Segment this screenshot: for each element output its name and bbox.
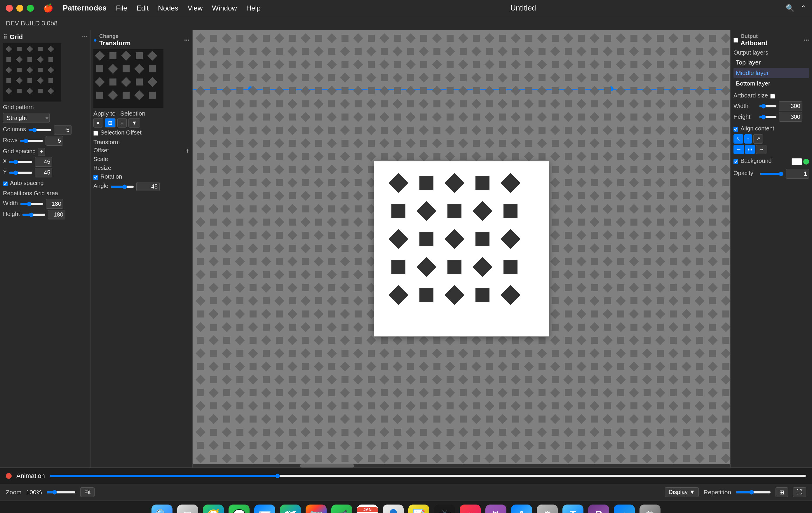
dock-maps[interactable]: 🗺 — [280, 505, 301, 513]
columns-slider[interactable] — [28, 128, 52, 132]
apply-modes: ● ⊞ ≡ ▼ — [93, 118, 190, 127]
angle-slider[interactable] — [111, 184, 134, 189]
artboard-width-input[interactable]: 300 — [779, 101, 802, 111]
dock-safari[interactable]: 🧭 — [203, 505, 224, 513]
repetition-slider[interactable] — [736, 490, 771, 494]
dock-contacts[interactable]: 👤 — [383, 505, 404, 513]
dock-appletv[interactable]: 📺 — [434, 505, 455, 513]
fullscreen-button[interactable]: ⛶ — [793, 487, 806, 497]
offset-add-btn[interactable]: + — [185, 147, 190, 155]
menu-help[interactable]: Help — [246, 4, 261, 12]
window-title: Untitled — [270, 3, 776, 12]
svg-rect-28 — [136, 52, 143, 59]
grid-panel-expand[interactable]: ··· — [82, 33, 87, 41]
rep-height-slider[interactable] — [22, 212, 46, 217]
dock-systemprefs[interactable]: ⚙ — [537, 505, 558, 513]
dock-music[interactable]: ♫ — [460, 505, 481, 513]
dock-patternodes[interactable]: P — [588, 505, 609, 513]
selection-offset-checkbox[interactable] — [93, 131, 98, 136]
rep-width-slider[interactable] — [20, 202, 44, 206]
opacity-input[interactable]: 1 — [786, 169, 809, 179]
align-top-center[interactable]: ↑ — [744, 134, 752, 144]
top-layer[interactable]: Top layer — [733, 57, 809, 68]
artboard-height-slider[interactable] — [759, 115, 777, 119]
dock-downloader[interactable]: ↓ — [614, 505, 635, 513]
transform-panel-expand[interactable]: ··· — [184, 36, 190, 44]
artboard-checkbox[interactable] — [733, 38, 738, 42]
apply-mode-list[interactable]: ≡ — [117, 118, 127, 127]
artboard-height-input[interactable]: 300 — [779, 112, 802, 122]
main-layout: ⠿ Grid ··· — [0, 30, 812, 467]
zoom-slider[interactable] — [47, 490, 76, 494]
scrollbar-thumb[interactable] — [300, 464, 354, 467]
output-label: Output — [741, 33, 767, 39]
menu-file[interactable]: File — [116, 4, 127, 12]
apple-menu[interactable]: 🍎 — [43, 3, 53, 13]
rep-height-input[interactable]: 180 — [48, 210, 65, 219]
artboard-panel-expand[interactable]: ··· — [804, 36, 809, 44]
menu-nodes[interactable]: Nodes — [158, 4, 178, 12]
rows-slider[interactable] — [20, 139, 43, 143]
minimize-button[interactable] — [16, 5, 23, 12]
bottom-layer[interactable]: Bottom layer — [733, 78, 809, 89]
background-color-swatch[interactable] — [791, 158, 802, 165]
dock-launchpad[interactable]: ⊞ — [177, 505, 198, 513]
y-input[interactable]: 45 — [35, 168, 52, 177]
app-name[interactable]: Patternodes — [63, 3, 107, 12]
angle-input[interactable]: 45 — [136, 182, 160, 191]
align-middle-right[interactable]: → — [756, 145, 766, 154]
dock-facetime[interactable]: 📹 — [331, 505, 352, 513]
align-center[interactable]: ⊙ — [745, 145, 755, 154]
dock-translit[interactable]: T — [562, 505, 583, 513]
background-checkbox[interactable] — [733, 159, 738, 164]
apply-mode-dropdown[interactable]: ▼ — [128, 118, 140, 127]
grid-view-button[interactable]: ⊞ — [776, 487, 788, 497]
align-top-right[interactable]: ↗ — [753, 134, 763, 144]
svg-rect-52 — [444, 173, 464, 193]
rotation-checkbox[interactable] — [93, 175, 98, 180]
dock-mail[interactable]: ✉️ — [254, 505, 275, 513]
apply-mode-grid[interactable]: ⊞ — [105, 118, 116, 127]
auto-spacing-checkbox[interactable] — [3, 182, 8, 186]
dock-calendar[interactable]: JAN11 — [357, 505, 378, 513]
dock-appstore[interactable]: A — [511, 505, 532, 513]
artboard-size-lock[interactable] — [770, 94, 775, 99]
dock-messages[interactable]: 💬 — [229, 505, 250, 513]
dock-photos[interactable]: 📷 — [306, 505, 327, 513]
canvas-area[interactable] — [193, 30, 730, 467]
align-middle-left[interactable]: ← — [733, 145, 744, 154]
menu-edit[interactable]: Edit — [137, 4, 149, 12]
opacity-slider[interactable] — [760, 172, 783, 176]
x-input[interactable]: 45 — [35, 157, 52, 167]
grid-pattern-select[interactable]: Straight — [3, 113, 50, 123]
search-icon[interactable]: 🔍 — [786, 4, 794, 12]
dock-podcasts[interactable]: 🎙 — [485, 505, 506, 513]
grid-panel-dots: ⠿ — [3, 34, 7, 40]
menu-window[interactable]: Window — [212, 4, 237, 12]
y-slider[interactable] — [9, 171, 32, 175]
display-button[interactable]: Display ▼ — [665, 487, 699, 497]
align-content-checkbox[interactable] — [733, 127, 738, 131]
control-icon[interactable]: ⌃ — [800, 4, 806, 12]
timeline-slider[interactable] — [50, 474, 806, 478]
middle-layer[interactable]: Middle layer — [733, 68, 809, 78]
rep-width-input[interactable]: 180 — [46, 199, 63, 209]
add-spacing-button[interactable]: + — [38, 148, 45, 156]
close-button[interactable] — [6, 5, 13, 12]
align-top-left[interactable]: ↖ — [733, 134, 743, 144]
svg-rect-25 — [95, 51, 105, 61]
dock-trash[interactable]: 🗑 — [639, 505, 661, 513]
dock-notes[interactable]: 📝 — [408, 505, 429, 513]
maximize-button[interactable] — [27, 5, 34, 12]
menu-view[interactable]: View — [188, 4, 203, 12]
x-slider[interactable] — [9, 160, 32, 164]
svg-rect-54 — [500, 173, 520, 193]
artboard-width-slider[interactable] — [759, 104, 777, 109]
fit-button[interactable]: Fit — [80, 487, 94, 497]
dock-finder[interactable]: 🔍 — [151, 505, 173, 513]
horizontal-scrollbar[interactable] — [193, 464, 730, 467]
rows-input[interactable]: 5 — [46, 136, 63, 146]
output-layers-section: Output layers Top layer Middle layer Bot… — [733, 49, 809, 89]
apply-mode-circle[interactable]: ● — [93, 118, 103, 127]
columns-input[interactable]: 5 — [54, 125, 71, 135]
